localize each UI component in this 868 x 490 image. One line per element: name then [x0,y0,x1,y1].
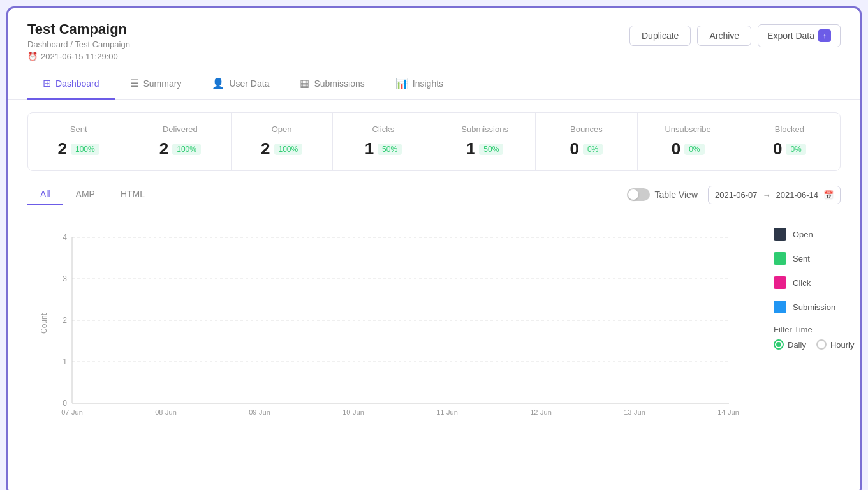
radio-group: Daily Hourly [774,339,854,350]
svg-text:09-Jun: 09-Jun [249,408,270,416]
stat-clicks: Clicks 1 50% [333,113,434,170]
radio-daily-circle[interactable] [774,339,784,350]
chart-legend: Open Sent Click Submission Filter Time [774,221,854,422]
main-tabs: ⊞ Dashboard ☰ Summary 👤 User Data ▦ Subm… [8,68,860,100]
stat-unsubscribe: Unsubscribe 0 0% [638,113,739,170]
stat-open-value: 2 100% [244,139,320,159]
stat-blocked-value: 0 0% [752,139,827,159]
legend-submission: Submission [774,301,854,313]
chart-svg: Count 0 1 2 [40,221,761,419]
legend-click-label: Click [793,278,811,288]
legend-submission-label: Submission [793,302,835,312]
date-start: 2021-06-07 [715,190,758,200]
timestamp-value: 2021-06-15 11:29:00 [41,52,118,61]
svg-text:07-Jun: 07-Jun [61,408,83,416]
chart-tab-html[interactable]: HTML [108,184,158,205]
stat-blocked-label: Blocked [752,124,827,134]
table-view-toggle[interactable]: Table View [627,188,698,201]
header-left: Test Campaign Dashboard / Test Campaign … [27,21,130,61]
user-data-icon: 👤 [212,77,224,89]
chart-type-tabs: All AMP HTML [27,184,158,205]
stat-unsubscribe-value: 0 0% [651,139,726,159]
legend-open-color [774,228,786,241]
svg-text:10-Jun: 10-Jun [342,408,364,416]
svg-text:Count: Count [40,313,48,334]
stat-open: Open 2 100% [232,113,333,170]
stat-blocked-badge: 0% [786,144,805,155]
stat-unsubscribe-badge: 0% [684,144,704,155]
dashboard-icon: ⊞ [43,77,51,89]
export-button[interactable]: Export Data ↑ [758,24,841,47]
legend-sent: Sent [774,252,854,265]
chart-tab-amp[interactable]: AMP [63,184,108,205]
legend-open: Open [774,228,854,241]
svg-text:11-Jun: 11-Jun [436,408,458,416]
radio-daily[interactable]: Daily [774,339,806,350]
breadcrumb: Dashboard / Test Campaign [27,40,130,49]
stat-bounces-badge: 0% [583,144,603,155]
chart-tab-all[interactable]: All [27,184,63,205]
chart-svg-container: Count 0 1 2 [40,221,761,422]
stat-submissions: Submissions 1 50% [434,113,536,170]
stat-submissions-badge: 50% [479,144,503,155]
filter-time-section: Filter Time Daily Hourly [774,325,854,350]
upload-icon: ↑ [818,29,831,42]
svg-text:3: 3 [63,274,67,283]
svg-text:13-Jun: 13-Jun [624,408,645,416]
summary-icon: ☰ [130,77,139,89]
export-label: Export Data [767,31,814,41]
toggle-switch[interactable] [627,188,650,201]
svg-text:12-Jun: 12-Jun [530,408,552,416]
date-range-picker[interactable]: 2021-06-07 → 2021-06-14 📅 [708,186,841,204]
svg-text:08-Jun: 08-Jun [155,408,177,416]
timestamp: ⏰ 2021-06-15 11:29:00 [27,52,130,61]
tab-insights[interactable]: 📊 Insights [380,68,459,100]
svg-text:1: 1 [63,357,67,366]
submissions-icon: ▦ [300,77,309,89]
duplicate-button[interactable]: Duplicate [629,26,691,46]
chart-main: Count 0 1 2 [27,221,761,422]
stat-clicks-value: 1 50% [346,139,421,159]
tab-summary[interactable]: ☰ Summary [115,68,197,100]
tab-user-data[interactable]: 👤 User Data [196,68,284,100]
tab-dashboard-label: Dashboard [55,78,99,89]
chart-wrapper: Count 0 1 2 [27,221,841,422]
stat-sent-value: 2 100% [41,139,116,159]
stat-clicks-badge: 50% [378,144,402,155]
stat-submissions-label: Submissions [447,124,522,134]
tab-dashboard[interactable]: ⊞ Dashboard [27,68,115,100]
radio-hourly-circle[interactable] [816,339,827,350]
stat-unsubscribe-label: Unsubscribe [651,124,726,134]
stat-delivered-value: 2 100% [142,139,217,159]
stat-bounces-label: Bounces [548,124,624,134]
date-arrow-icon: → [763,190,771,200]
radio-hourly[interactable]: Hourly [816,339,855,350]
legend-click-color [774,276,786,289]
legend-open-label: Open [793,230,813,239]
stat-blocked: Blocked 0 0% [739,113,840,170]
stat-open-label: Open [244,124,320,134]
radio-daily-label: Daily [788,340,806,350]
stats-bar: Sent 2 100% Delivered 2 100% Open 2 100%… [27,112,841,171]
stat-clicks-label: Clicks [346,124,421,134]
insights-icon: 📊 [395,77,408,89]
svg-text:Date Range: Date Range [380,417,421,419]
date-end: 2021-06-14 [776,190,819,200]
stat-delivered-label: Delivered [142,124,217,134]
tab-submissions-label: Submissions [314,78,364,89]
radio-hourly-label: Hourly [830,340,855,350]
archive-button[interactable]: Archive [697,26,751,46]
svg-text:2: 2 [63,316,67,325]
stat-sent: Sent 2 100% [28,113,129,170]
stat-delivered-badge: 100% [172,144,201,155]
chart-right-controls: Table View 2021-06-07 → 2021-06-14 📅 [627,186,841,204]
stat-bounces: Bounces 0 0% [536,113,637,170]
svg-text:0: 0 [63,399,67,408]
chart-section: All AMP HTML Table View 2021-06-07 → 202… [8,184,860,434]
tab-submissions[interactable]: ▦ Submissions [284,68,379,100]
stat-delivered: Delivered 2 100% [129,113,231,170]
svg-text:14-Jun: 14-Jun [717,408,739,416]
page-title: Test Campaign [27,21,130,38]
stat-submissions-value: 1 50% [447,139,522,159]
svg-text:4: 4 [63,233,67,242]
